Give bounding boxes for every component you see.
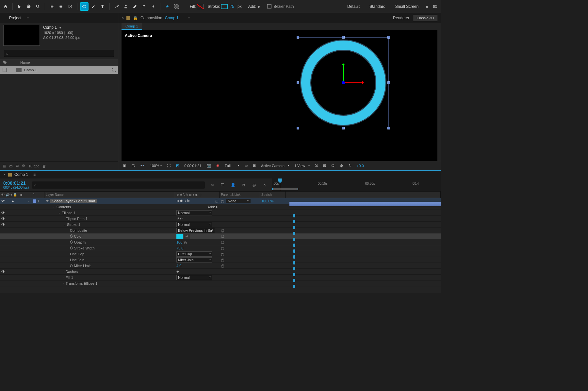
pickwhip-icon[interactable]: @: [221, 199, 224, 203]
camera-dropdown[interactable]: Active Camera ▾: [260, 163, 290, 168]
flowchart-icon[interactable]: ⛶: [112, 68, 116, 72]
resize-handle[interactable]: [387, 81, 390, 84]
property-row[interactable]: 👁 ›Ellipse Path 1 ⇄ ⇄: [0, 216, 441, 222]
keyframe-marker[interactable]: [293, 220, 295, 223]
layer-color-chip[interactable]: [33, 199, 36, 203]
new-comp-icon[interactable]: ⧉: [16, 164, 19, 168]
selection-tool-icon[interactable]: [15, 2, 24, 11]
expression-pickwhip-icon[interactable]: @: [221, 240, 224, 244]
av-columns[interactable]: 👁 🔊 ● 🔒 ◆: [0, 192, 31, 198]
zoom-tool-icon[interactable]: [34, 2, 42, 11]
stopwatch-icon[interactable]: Ô: [70, 264, 73, 268]
renderer-dropdown[interactable]: Classic 3D: [413, 15, 437, 21]
brush-tool-icon[interactable]: [112, 2, 121, 11]
workspace-default[interactable]: Default: [343, 2, 364, 11]
toggle-transparency-icon[interactable]: 🖵: [130, 163, 136, 168]
reset-exposure-icon[interactable]: ↻: [347, 163, 353, 168]
favorite-star-icon[interactable]: ★: [163, 2, 172, 11]
keyframe-marker[interactable]: [293, 279, 295, 282]
parent-dropdown[interactable]: None▾: [226, 199, 251, 203]
line-join-dropdown[interactable]: Miter Join▾: [176, 257, 212, 263]
visibility-toggle-icon[interactable]: 👁: [1, 199, 5, 203]
resize-handle[interactable]: [342, 36, 345, 39]
current-time-display[interactable]: 0:00:01:21: [183, 163, 203, 168]
expression-pickwhip-icon[interactable]: @: [221, 229, 224, 232]
region-crop-icon[interactable]: ◩: [174, 163, 180, 168]
timeline-button-icon[interactable]: ⌬: [330, 163, 336, 168]
expression-pickwhip-icon[interactable]: @: [221, 252, 224, 256]
motion-blur-icon[interactable]: ◎: [251, 181, 258, 189]
twirl-right-icon[interactable]: ›: [63, 217, 64, 220]
keyframe-marker[interactable]: [293, 285, 295, 288]
add-dash-icon[interactable]: +: [176, 269, 179, 274]
selected-shape-bbox[interactable]: [298, 37, 389, 128]
comp-flyout-icon[interactable]: ▼: [59, 26, 62, 29]
parent-column-header[interactable]: Parent & Link: [220, 192, 260, 198]
expression-pickwhip-icon[interactable]: @: [221, 264, 224, 268]
twirl-down-icon[interactable]: ⌄: [58, 211, 60, 214]
keyframe-marker[interactable]: [293, 249, 295, 253]
overflow-chevrons-icon[interactable]: »: [424, 4, 430, 9]
timeline-close-icon[interactable]: ×: [3, 172, 6, 177]
property-row[interactable]: 👁 ⌄Stroke 1 Normal▾: [0, 222, 441, 228]
switches-column-header[interactable]: ⊕ ✱ ╲ fx ▦ ● ◑ ⬚: [175, 192, 220, 198]
trash-icon[interactable]: 🗑: [42, 164, 46, 168]
visibility-toggle-icon[interactable]: 👁: [1, 216, 5, 221]
resize-handle[interactable]: [387, 127, 390, 129]
twirl-right-icon[interactable]: ›: [63, 270, 64, 273]
blend-mode-dropdown[interactable]: Normal▾: [176, 222, 212, 227]
orbit-tool-icon[interactable]: [48, 2, 56, 11]
property-row[interactable]: 👁 ⌄Ellipse 1 Normal▾: [0, 210, 441, 216]
stroke-color-swatch[interactable]: [221, 4, 228, 9]
frame-blend-icon[interactable]: ⧉: [240, 181, 247, 189]
line-cap-dropdown[interactable]: Butt Cap▾: [176, 251, 212, 257]
text-tool-icon[interactable]: T: [98, 2, 107, 11]
clone-stamp-tool-icon[interactable]: [122, 2, 130, 11]
twirl-down-icon[interactable]: ⌄: [28, 199, 30, 202]
stopwatch-icon[interactable]: Ô: [70, 234, 73, 238]
fast-previews-icon[interactable]: ⊡: [322, 163, 327, 168]
twirl-right-icon[interactable]: ›: [63, 282, 64, 285]
graph-editor-icon[interactable]: ⩍: [261, 181, 268, 189]
flowchart-button-icon[interactable]: ⛖: [338, 163, 345, 168]
eyedropper-icon[interactable]: ⇨: [184, 234, 190, 239]
project-search-input[interactable]: [4, 50, 114, 57]
keyframe-marker[interactable]: [293, 273, 295, 276]
pen-tool-icon[interactable]: [89, 2, 98, 11]
keyframe-marker[interactable]: [293, 261, 295, 264]
stroke-width-value[interactable]: 75.0: [176, 246, 183, 250]
expression-pickwhip-icon[interactable]: @: [221, 234, 224, 238]
visibility-toggle-icon[interactable]: 👁: [1, 222, 5, 227]
resize-handle[interactable]: [387, 36, 390, 39]
new-folder-icon[interactable]: 🗀: [9, 164, 13, 168]
puppet-pin-tool-icon[interactable]: [149, 2, 157, 11]
x-axis-icon[interactable]: [343, 82, 364, 83]
bezier-path-option[interactable]: Bezier Path: [267, 4, 294, 9]
property-row[interactable]: Ô Stroke Width 75.0 @: [0, 245, 441, 251]
visibility-toggle-icon[interactable]: 👁: [1, 211, 5, 215]
timeline-search-input[interactable]: ⌕: [32, 181, 204, 189]
twirl-right-icon[interactable]: ›: [63, 276, 64, 279]
fill-color-swatch[interactable]: [197, 4, 204, 9]
property-row-selected[interactable]: Ô Color ⇨ @: [0, 233, 441, 239]
twirl-down-icon[interactable]: ⌄: [63, 223, 66, 226]
pixel-aspect-icon[interactable]: ⇲: [314, 163, 319, 168]
property-row[interactable]: ›Fill 1 Normal▾: [0, 275, 441, 280]
keyframe-marker[interactable]: [293, 255, 295, 259]
keyframe-marker[interactable]: [293, 238, 295, 241]
comp-mini-tab[interactable]: Comp 1: [122, 23, 142, 30]
property-row[interactable]: Ô Miter Limit 4.0 @: [0, 263, 441, 269]
blend-mode-dropdown[interactable]: Normal▾: [176, 210, 212, 215]
timeline-tab-name[interactable]: Comp 1: [14, 172, 28, 177]
lock-icon[interactable]: 🔒: [133, 16, 138, 20]
show-channel-icon[interactable]: ◉: [215, 163, 221, 168]
blend-mode-dropdown[interactable]: Normal▾: [176, 275, 212, 280]
exposure-value[interactable]: +0.0: [355, 163, 365, 168]
stopwatch-icon[interactable]: Ô: [70, 240, 73, 244]
comp-thumbnail[interactable]: [3, 25, 40, 46]
shy-layers-icon[interactable]: 👤: [230, 181, 237, 189]
index-column-header[interactable]: #: [31, 192, 44, 198]
expression-pickwhip-icon[interactable]: @: [221, 246, 224, 250]
timeline-timecode[interactable]: 0:00:01:21: [3, 180, 29, 186]
timeline-menu-icon[interactable]: ≡: [33, 172, 36, 177]
